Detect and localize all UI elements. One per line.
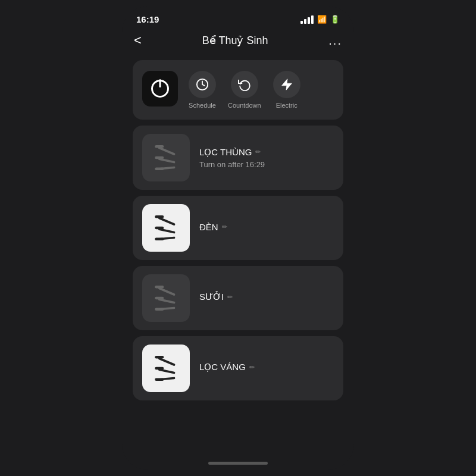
edit-icon-suoi[interactable]: ✏ (227, 293, 233, 301)
page-title: Bể Thuỷ Sinh (202, 34, 268, 47)
device-name-loc-vang: LỌC VÁNG ✏ (199, 362, 334, 372)
device-name-suoi: SƯỞI ✏ (199, 292, 334, 302)
header: < Bể Thuỷ Sinh ... (122, 29, 354, 55)
wifi-icon: 📶 (317, 15, 327, 24)
bottom-bar (122, 458, 354, 470)
schedule-action[interactable]: Schedule (189, 71, 216, 109)
signal-icon (300, 15, 314, 24)
device-item-suoi[interactable]: SƯỞI ✏ (133, 266, 343, 330)
main-content: Schedule Countdown (122, 55, 354, 458)
device-icon-suoi (142, 274, 190, 322)
edit-icon-loc-vang[interactable]: ✏ (249, 364, 255, 371)
svg-line-21 (159, 359, 174, 365)
device-icon-loc-vang (142, 345, 190, 392)
status-time: 16:19 (136, 14, 159, 24)
device-item-loc-thung[interactable]: LỌC THÙNG ✏ Turn on after 16:29 (133, 126, 343, 190)
svg-line-25 (159, 378, 174, 380)
device-status-loc-thung: Turn on after 16:29 (199, 160, 334, 169)
status-icons: 📶 🔋 (300, 15, 340, 24)
svg-line-7 (159, 168, 174, 169)
device-info-loc-thung: LỌC THÙNG ✏ Turn on after 16:29 (199, 147, 334, 169)
device-item-den[interactable]: ĐÈN ✏ (133, 196, 343, 260)
quick-actions: Schedule Countdown (189, 71, 334, 109)
back-button[interactable]: < (134, 33, 142, 48)
schedule-icon-circle (189, 71, 216, 98)
svg-line-13 (159, 238, 174, 239)
device-info-loc-vang: LỌC VÁNG ✏ (199, 362, 334, 375)
device-info-suoi: SƯỞI ✏ (199, 292, 334, 305)
electric-label: Electric (276, 102, 298, 109)
device-icon-den (142, 204, 190, 252)
top-section: Schedule Countdown (133, 60, 343, 120)
svg-line-9 (159, 218, 174, 225)
svg-line-15 (159, 289, 174, 295)
more-button[interactable]: ... (328, 34, 342, 48)
svg-line-19 (159, 308, 174, 309)
home-indicator (208, 462, 268, 465)
countdown-label: Countdown (228, 102, 261, 109)
device-info-den: ĐÈN ✏ (199, 222, 334, 234)
svg-line-3 (159, 148, 174, 155)
countdown-action[interactable]: Countdown (228, 71, 261, 109)
svg-line-17 (159, 299, 174, 302)
power-icon (151, 80, 169, 98)
edit-icon-loc-thung[interactable]: ✏ (255, 148, 261, 156)
phone-container: 16:19 📶 🔋 < Bể Thuỷ Sinh ... (122, 6, 354, 470)
top-row: Schedule Countdown (142, 71, 334, 109)
electric-action[interactable]: Electric (273, 71, 300, 109)
device-list: LỌC THÙNG ✏ Turn on after 16:29 (133, 126, 343, 400)
status-bar: 16:19 📶 🔋 (122, 6, 354, 29)
device-name-den: ĐÈN ✏ (199, 222, 334, 232)
svg-marker-1 (281, 79, 292, 90)
device-icon-loc-thung (142, 134, 190, 181)
power-button[interactable] (142, 71, 178, 107)
device-name-loc-thung: LỌC THÙNG ✏ (199, 147, 334, 158)
countdown-icon-circle (231, 71, 258, 98)
svg-line-23 (159, 369, 174, 372)
schedule-label: Schedule (189, 102, 216, 109)
edit-icon-den[interactable]: ✏ (222, 223, 227, 231)
device-item-loc-vang[interactable]: LỌC VÁNG ✏ (133, 336, 343, 400)
battery-icon: 🔋 (330, 15, 340, 24)
electric-icon-circle (273, 71, 300, 98)
svg-line-5 (159, 159, 174, 162)
svg-line-11 (159, 229, 174, 232)
